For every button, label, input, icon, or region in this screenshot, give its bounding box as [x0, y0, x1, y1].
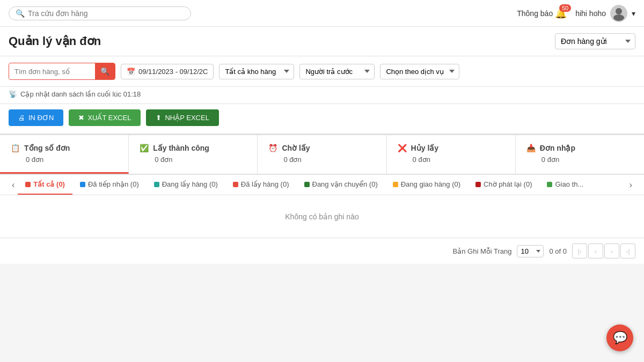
notification-label: Thông báo: [517, 9, 553, 18]
status-tab-7[interactable]: Giao th...: [539, 175, 591, 195]
stat-value-3: 0 đơn: [413, 156, 430, 164]
user-info[interactable]: hihi hoho ▾: [575, 5, 635, 22]
stat-icon-0: 📋: [11, 144, 20, 152]
stat-value-1: 0 đơn: [155, 156, 172, 164]
svg-point-1: [613, 14, 624, 21]
stat-card-3: ❌ Hủy lấy 0 đơn: [387, 135, 516, 174]
pagination-row: Bản Ghi Mỗi Trang 10 20 50 100 0 of 0 |‹…: [0, 238, 644, 264]
stats-row: 📋 Tổng số đơn 0 đơn ✅ Lấy thành công 0 đ…: [0, 134, 644, 175]
status-tab-5[interactable]: Đang giao hàng (0): [385, 175, 468, 195]
last-page-button[interactable]: ›|: [620, 243, 635, 258]
stat-value-0: 0 đơn: [26, 156, 43, 164]
tab-dot-5: [393, 182, 398, 187]
tab-label-1: Đã tiếp nhận (0): [88, 180, 139, 188]
notification-button[interactable]: Thông báo 🔔 50: [517, 8, 567, 19]
tab-dot-0: [25, 182, 31, 187]
search-icon: 🔍: [16, 9, 25, 18]
order-search-box[interactable]: 🔍: [9, 63, 115, 80]
order-type-select[interactable]: Đơn hàng gửi Đơn hàng nhận: [555, 33, 635, 49]
tab-label-2: Đang lấy hàng (0): [162, 180, 218, 188]
per-page-label: Bản Ghi Mỗi Trang: [453, 247, 512, 255]
status-tab-4[interactable]: Đang vận chuyển (0): [297, 175, 385, 195]
date-range-button[interactable]: 📅 09/11/2023 - 09/12/2C: [121, 64, 214, 79]
status-tabs-container: ‹ Tất cả (0) Đã tiếp nhận (0) Đang lấy h…: [0, 175, 644, 195]
stat-value-4: 0 đơn: [541, 156, 559, 164]
tab-label-5: Đang giao hàng (0): [401, 180, 460, 188]
per-page-select[interactable]: 10 20 50 100: [517, 245, 544, 257]
status-tab-0[interactable]: Tất cả (0): [18, 175, 72, 195]
stat-header-2: ⏰ Chờ lấy: [268, 144, 310, 152]
tab-label-6: Chờ phát lại (0): [484, 180, 532, 188]
top-navigation: 🔍 Thông báo 🔔 50 hihi hoho ▾: [0, 0, 644, 27]
update-info: 📡 Cập nhật danh sách lần cuối lúc 01:18: [0, 87, 644, 104]
date-range-value: 09/11/2023 - 09/12/2C: [138, 68, 208, 76]
next-page-button[interactable]: ›: [604, 243, 619, 258]
notification-badge: 50: [559, 4, 571, 12]
tab-label-0: Tất cả (0): [33, 180, 65, 188]
calendar-icon: 📅: [127, 68, 135, 76]
stat-card-0: 📋 Tổng số đơn 0 đơn: [0, 135, 129, 174]
update-text: Cập nhật danh sách lần cuối lúc 01:18: [20, 90, 141, 98]
page-header: Quản lý vận đơn Đơn hàng gửi Đơn hàng nh…: [0, 27, 644, 56]
tab-scroll-left[interactable]: ‹: [9, 180, 18, 190]
tab-dot-3: [233, 182, 238, 187]
search-input[interactable]: [28, 9, 184, 18]
status-tab-6[interactable]: Chờ phát lại (0): [468, 175, 539, 195]
order-search-input[interactable]: [9, 64, 95, 79]
tab-label-7: Giao th...: [555, 180, 583, 188]
status-tab-1[interactable]: Đã tiếp nhận (0): [72, 175, 147, 195]
tab-dot-6: [475, 182, 481, 187]
stat-label-0: Tổng số đơn: [24, 144, 70, 152]
user-name: hihi hoho: [575, 9, 606, 18]
table-area: Không có bản ghi nào: [0, 195, 644, 238]
import-label: NHẬP EXCEL: [165, 114, 209, 122]
tab-label-3: Đã lấy hàng (0): [241, 180, 289, 188]
stat-header-1: ✅ Lấy thành công: [140, 144, 209, 152]
tab-dot-2: [154, 182, 159, 187]
tab-label-4: Đang vận chuyển (0): [312, 180, 378, 188]
stat-icon-2: ⏰: [268, 144, 277, 152]
stat-label-3: Hủy lấy: [411, 144, 438, 152]
service-select[interactable]: Chọn theo dịch vụ: [380, 64, 459, 79]
nav-right: Thông báo 🔔 50 hihi hoho ▾: [517, 5, 635, 22]
status-tab-3[interactable]: Đã lấy hàng (0): [225, 175, 297, 195]
filters-row: 🔍 📅 09/11/2023 - 09/12/2C Tất cả kho hàn…: [0, 56, 644, 87]
stat-card-4: 📥 Đơn nhập 0 đơn: [516, 135, 644, 174]
stat-header-4: 📥 Đơn nhập: [526, 144, 575, 152]
svg-point-0: [616, 8, 622, 14]
warehouse-select[interactable]: Tất cả kho hàng: [219, 64, 294, 79]
stat-label-2: Chờ lấy: [282, 144, 310, 152]
payer-select[interactable]: Người trả cước: [299, 64, 375, 79]
export-label: XUẤT EXCEL: [87, 114, 131, 122]
avatar: [610, 5, 627, 22]
status-tabs: Tất cả (0) Đã tiếp nhận (0) Đang lấy hàn…: [18, 175, 626, 195]
tab-dot-7: [547, 182, 552, 187]
stat-card-2: ⏰ Chờ lấy 0 đơn: [258, 135, 386, 174]
stat-value-2: 0 đơn: [283, 156, 301, 164]
first-page-button[interactable]: |‹: [572, 243, 587, 258]
status-tab-2[interactable]: Đang lấy hàng (0): [147, 175, 225, 195]
prev-page-button[interactable]: ‹: [588, 243, 603, 258]
page-title: Quản lý vận đơn: [9, 34, 101, 48]
signal-icon: 📡: [9, 90, 17, 98]
stat-icon-4: 📥: [526, 144, 536, 152]
search-bar[interactable]: 🔍: [9, 6, 191, 20]
tab-dot-4: [304, 182, 310, 187]
stat-header-3: ❌ Hủy lấy: [398, 144, 438, 152]
page-count: 0 of 0: [549, 247, 567, 255]
print-icon: 🖨: [18, 114, 25, 122]
order-search-button[interactable]: 🔍: [95, 63, 115, 79]
print-button[interactable]: 🖨 IN ĐƠN: [9, 109, 63, 126]
pagination-buttons: |‹ ‹ › ›|: [572, 243, 635, 258]
stat-icon-1: ✅: [140, 144, 149, 152]
tab-scroll-right[interactable]: ›: [626, 180, 635, 190]
stat-header-0: 📋 Tổng số đơn: [11, 144, 70, 152]
export-button[interactable]: ✖ XUẤT EXCEL: [69, 109, 141, 126]
import-button[interactable]: ⬆ NHẬP EXCEL: [146, 109, 218, 126]
stat-label-4: Đơn nhập: [540, 144, 575, 152]
tab-dot-1: [80, 182, 85, 187]
import-icon: ⬆: [156, 114, 162, 122]
stat-label-1: Lấy thành công: [153, 144, 209, 152]
empty-message: Không có bản ghi nào: [285, 212, 358, 221]
user-chevron-icon: ▾: [632, 9, 635, 18]
